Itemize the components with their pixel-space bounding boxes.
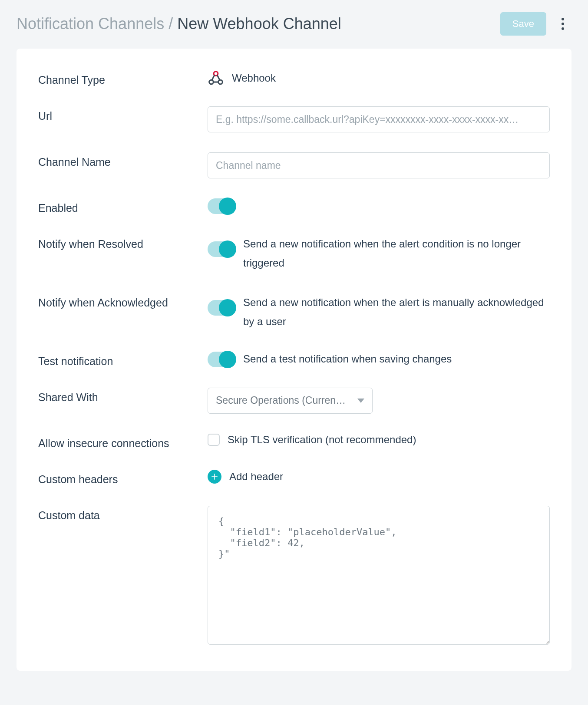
label-notify-resolved: Notify when Resolved [38, 234, 208, 250]
label-channel-name: Channel Name [38, 152, 208, 168]
notify-resolved-toggle[interactable] [208, 241, 235, 257]
row-channel-name: Channel Name [38, 152, 550, 178]
shared-with-value: Secure Operations (Curren… [216, 395, 346, 406]
label-shared-with: Shared With [38, 388, 208, 404]
label-insecure: Allow insecure connections [38, 434, 208, 450]
test-toggle[interactable] [208, 352, 235, 367]
notify-resolved-desc: Send a new notification when the alert c… [243, 234, 550, 273]
label-channel-type: Channel Type [38, 70, 208, 86]
row-headers: Custom headers Add header [38, 470, 550, 486]
label-headers: Custom headers [38, 470, 208, 486]
label-custom-data: Custom data [38, 506, 208, 522]
more-menu-icon[interactable] [554, 15, 571, 33]
breadcrumb-current: New Webhook Channel [177, 15, 341, 33]
breadcrumb: Notification Channels / New Webhook Chan… [17, 15, 500, 33]
label-enabled: Enabled [38, 198, 208, 214]
field-channel-type: Webhook [208, 70, 550, 86]
row-url: Url [38, 106, 550, 132]
row-test: Test notification Send a test notificati… [38, 352, 550, 368]
url-input[interactable] [208, 106, 550, 132]
channel-name-input[interactable] [208, 152, 550, 178]
webhook-icon [208, 70, 224, 86]
page-header: Notification Channels / New Webhook Chan… [0, 0, 588, 44]
row-custom-data: Custom data [38, 506, 550, 645]
add-header-label[interactable]: Add header [229, 471, 283, 483]
shared-with-select[interactable]: Secure Operations (Curren… [208, 388, 373, 414]
notify-ack-toggle[interactable] [208, 300, 235, 316]
breadcrumb-sep: / [164, 15, 177, 33]
test-desc: Send a test notification when saving cha… [243, 353, 452, 366]
svg-point-1 [209, 80, 214, 84]
label-test: Test notification [38, 352, 208, 368]
insecure-checkbox[interactable] [208, 434, 220, 446]
row-notify-ack: Notify when Acknowledged Send a new noti… [38, 293, 550, 332]
breadcrumb-parent[interactable]: Notification Channels [17, 15, 164, 33]
notify-ack-desc: Send a new notification when the alert i… [243, 293, 550, 332]
channel-type-value: Webhook [232, 72, 276, 84]
row-shared-with: Shared With Secure Operations (Curren… [38, 388, 550, 414]
custom-data-textarea[interactable] [208, 506, 550, 645]
svg-point-2 [218, 80, 223, 84]
label-url: Url [38, 106, 208, 122]
label-notify-ack: Notify when Acknowledged [38, 293, 208, 309]
insecure-desc: Skip TLS verification (not recommended) [228, 434, 416, 446]
row-enabled: Enabled [38, 198, 550, 214]
add-header-button[interactable] [208, 470, 221, 484]
row-notify-resolved: Notify when Resolved Send a new notifica… [38, 234, 550, 273]
chevron-down-icon [357, 399, 364, 403]
form-card: Channel Type Webhook Url Channel Name [17, 49, 571, 671]
row-channel-type: Channel Type Webhook [38, 70, 550, 86]
row-insecure: Allow insecure connections Skip TLS veri… [38, 434, 550, 450]
save-button[interactable]: Save [500, 12, 546, 36]
enabled-toggle[interactable] [208, 198, 235, 214]
